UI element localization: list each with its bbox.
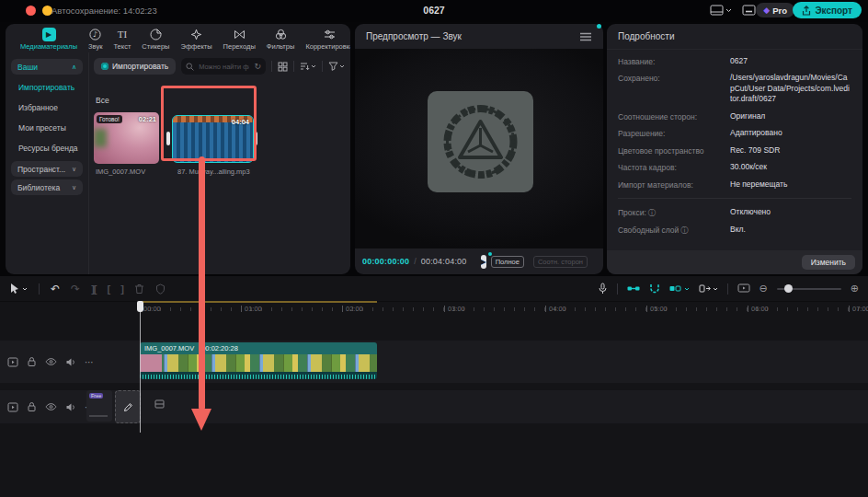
- compact-mode-button[interactable]: [742, 3, 756, 17]
- link-clips-toggle[interactable]: [627, 284, 640, 293]
- tab-effects[interactable]: Эффекты: [175, 27, 217, 52]
- search-icon: [186, 63, 194, 71]
- section-all-label[interactable]: Все: [96, 96, 109, 105]
- detail-label: Соотношение сторон:: [618, 111, 730, 121]
- aspect-ratio-button[interactable]: Соотн. сторон: [533, 256, 588, 268]
- thumbnail-detail: [94, 129, 107, 147]
- lock-track-icon[interactable]: [27, 401, 37, 412]
- zoom-slider-handle[interactable]: [784, 284, 793, 293]
- media-item-audio-thumbnail[interactable]: 04:04: [172, 115, 254, 163]
- monitor-play-icon: [737, 283, 750, 294]
- sidebar-item-spaces[interactable]: Пространст... ∨: [11, 161, 83, 177]
- grid-view-button[interactable]: [278, 62, 288, 72]
- info-icon[interactable]: ⓘ: [648, 209, 656, 217]
- pro-badge[interactable]: ◆ Pro: [756, 3, 794, 17]
- tab-text[interactable]: TI Текст: [108, 27, 136, 52]
- zoom-out-button[interactable]: ⊖: [760, 283, 768, 295]
- media-item-audio-name: 87. Mudvay...alling.mp3: [177, 168, 250, 176]
- sidebar-item-library[interactable]: Библиотека ∨: [11, 179, 83, 195]
- hide-track-icon[interactable]: [45, 357, 57, 366]
- tab-transitions[interactable]: Переходы: [218, 27, 261, 52]
- microphone-icon: [598, 283, 608, 295]
- undo-button[interactable]: ↶: [51, 283, 60, 295]
- edit-button[interactable]: Изменить: [802, 255, 855, 270]
- svg-text:♪: ♪: [93, 30, 97, 39]
- preview-viewport[interactable]: [355, 49, 603, 248]
- import-button[interactable]: Импортировать: [94, 58, 176, 75]
- close-window-button[interactable]: [26, 6, 36, 16]
- preview-axis-toggle[interactable]: [669, 284, 690, 293]
- mask-button[interactable]: [155, 283, 166, 295]
- detail-value: Адаптировано: [730, 128, 851, 138]
- tab-media[interactable]: ▶ Медиаматериалы: [15, 27, 83, 52]
- export-button[interactable]: Экспорт: [793, 2, 862, 18]
- tab-filters[interactable]: Фильтры: [261, 27, 301, 52]
- tab-audio[interactable]: ♪ Звук: [83, 27, 108, 52]
- auto-ripple-button[interactable]: [699, 283, 718, 294]
- media-item-video-name: IMG_0007.MOV: [96, 168, 145, 176]
- media-item-video-thumbnail[interactable]: Готово! 02:21: [94, 112, 159, 164]
- playhead-handle[interactable]: [137, 301, 143, 312]
- timeline-clip-video[interactable]: IMG_0007.MOV 00:02:20:28: [140, 342, 377, 379]
- search-box[interactable]: ↻: [181, 58, 266, 75]
- sidebar-item-import[interactable]: Импортировать: [6, 77, 88, 98]
- split-button[interactable]: ][: [91, 283, 96, 295]
- tab-stickers[interactable]: Стикеры: [136, 27, 175, 52]
- smart-tool-promo-thumbnail[interactable]: Free: [86, 390, 112, 422]
- info-icon[interactable]: ⓘ: [680, 226, 688, 235]
- sidebar-item-brand[interactable]: Ресурсы бренда: [6, 138, 88, 158]
- track-thumbnail-toggle-icon[interactable]: [7, 357, 18, 367]
- record-voiceover-button[interactable]: [598, 283, 608, 295]
- filter-button[interactable]: [328, 62, 345, 71]
- hide-track-icon[interactable]: [45, 402, 57, 411]
- display-quality-button[interactable]: Полное: [491, 256, 524, 268]
- timeline-zoom-slider[interactable]: [777, 288, 841, 290]
- mute-track-icon[interactable]: [65, 402, 76, 412]
- panel-notification-dot: [597, 24, 601, 29]
- divider: [727, 283, 728, 295]
- menu-icon[interactable]: [579, 32, 592, 41]
- shield-icon: [155, 283, 166, 295]
- track-header: ⋯: [7, 356, 94, 367]
- details-header: Подробности: [607, 24, 862, 50]
- detail-label: Сохранено:: [618, 73, 730, 104]
- edit-cover-button[interactable]: [115, 390, 141, 423]
- search-input[interactable]: [197, 62, 251, 72]
- play-button[interactable]: ▶: [481, 255, 486, 269]
- track-more-icon[interactable]: ⋯: [85, 357, 94, 367]
- ruler-label: 05:00: [650, 305, 668, 313]
- details-body: Название:0627 Сохранено:/Users/yaroslavd…: [607, 49, 862, 250]
- trim-right-button[interactable]: ]: [120, 283, 123, 295]
- sidebar-item-presets[interactable]: Мои пресеты: [6, 118, 88, 138]
- video-track[interactable]: ⋯: [0, 341, 868, 383]
- redo-button[interactable]: ↷: [71, 283, 80, 295]
- clip-filmstrip: [140, 354, 377, 372]
- tab-adjust[interactable]: Корректировка: [300, 27, 350, 52]
- details-title: Подробности: [618, 31, 674, 41]
- detail-value: Оригинал: [730, 111, 851, 121]
- project-title: 0627: [423, 5, 444, 16]
- zoom-in-button[interactable]: ⊕: [851, 283, 859, 295]
- render-preview-button[interactable]: [737, 283, 750, 294]
- mute-track-icon[interactable]: [65, 357, 76, 367]
- pro-gem-icon: ◆: [763, 6, 770, 15]
- delete-button[interactable]: [134, 283, 144, 295]
- notification-dot: [488, 252, 492, 256]
- trim-left-button[interactable]: [: [107, 283, 109, 295]
- snapping-toggle[interactable]: [649, 283, 660, 294]
- track-thumbnail-toggle-icon[interactable]: [7, 402, 18, 412]
- lock-track-icon[interactable]: [27, 356, 37, 367]
- search-history-icon[interactable]: ↻: [254, 62, 261, 71]
- details-footer: Изменить: [607, 250, 862, 274]
- trim-handle-left[interactable]: [166, 132, 170, 145]
- trim-handle-right[interactable]: [254, 132, 257, 145]
- divider: [617, 283, 618, 295]
- select-tool-button[interactable]: [9, 283, 28, 295]
- layout-switcher-button[interactable]: [710, 3, 732, 17]
- preview-header: Предпросмотр — Звук: [355, 24, 603, 50]
- sidebar-item-favorites[interactable]: Избранное: [6, 98, 88, 118]
- timeline-ruler[interactable]: 00:00 01:00 02:00 03:00 04:00 05:00 06:0…: [0, 301, 868, 317]
- current-time: 00:00:00:00: [362, 257, 409, 266]
- sidebar-item-yours[interactable]: Ваши ∧: [11, 59, 83, 75]
- sort-button[interactable]: [300, 62, 316, 71]
